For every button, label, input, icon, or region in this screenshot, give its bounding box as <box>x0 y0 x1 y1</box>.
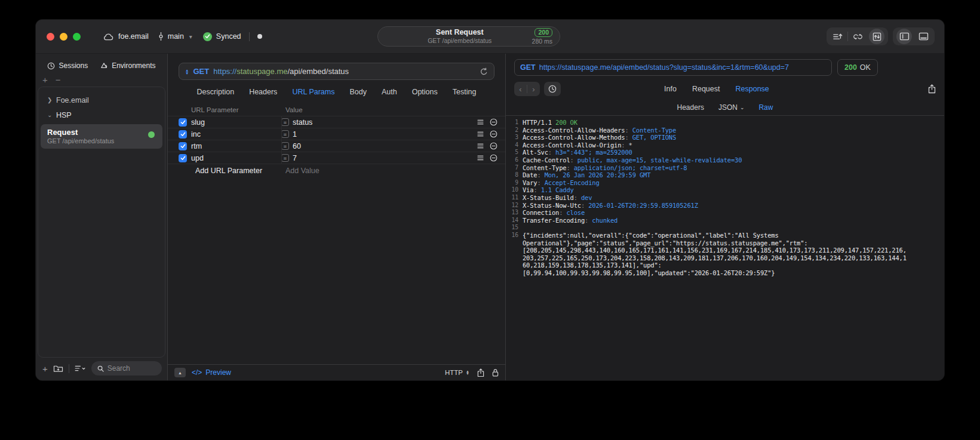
tab-headers[interactable]: Headers <box>249 88 277 96</box>
lock-icon[interactable] <box>492 368 499 377</box>
close-window-button[interactable] <box>47 33 54 41</box>
header-value: 1.1 Caddy <box>541 186 574 194</box>
chevron-down-icon[interactable]: ▾ <box>189 33 192 40</box>
param-checkbox[interactable] <box>179 154 187 162</box>
param-value[interactable]: 1 <box>293 130 477 139</box>
tab-response[interactable]: Response <box>736 85 769 93</box>
response-viewer: GET https://statuspage.me/api/embed/stat… <box>506 54 944 380</box>
tab-info[interactable]: Info <box>664 85 677 93</box>
tab-options[interactable]: Options <box>412 88 438 96</box>
param-name[interactable]: inc <box>191 130 281 139</box>
header-name: Via <box>523 186 533 194</box>
tree-group-foe-email[interactable]: ❯ Foe.email <box>38 93 165 107</box>
view-tab-headers[interactable]: Headers <box>677 103 704 112</box>
remove-row-icon[interactable] <box>490 154 497 162</box>
header-value: close <box>566 209 585 217</box>
response-header-line: 5Alt-Svc: h3=":443"; ma=2592000 <box>506 149 944 156</box>
project-name[interactable]: foe.email <box>118 32 149 41</box>
param-checkbox[interactable] <box>179 118 187 127</box>
search-input[interactable]: Search <box>91 361 162 376</box>
response-header-line: 11X-Status-Build: dev <box>506 194 944 202</box>
param-value[interactable]: 7 <box>293 154 477 162</box>
toggle-sidebar-icon[interactable] <box>895 27 914 45</box>
new-folder-icon[interactable] <box>53 364 63 373</box>
param-name[interactable]: upd <box>191 154 281 162</box>
request-list-icon[interactable] <box>828 27 847 45</box>
request-url-bar[interactable]: ▲▼ GET https://statuspage.me/api/embed/s… <box>179 63 494 80</box>
remove-row-icon[interactable] <box>490 142 497 150</box>
status-code-badge: 200 <box>534 28 552 37</box>
sync-loop-icon[interactable] <box>848 27 867 45</box>
preview-button[interactable]: </> Preview <box>192 368 231 377</box>
request-url[interactable]: https://statuspage.me/api/embed/status <box>213 67 349 76</box>
header-name: Connection <box>523 209 559 217</box>
add-param-placeholder[interactable]: Add URL Parameter <box>195 167 285 175</box>
format-lines-icon[interactable] <box>477 155 484 161</box>
add-param-row[interactable]: Add URL ParameterAdd Value <box>168 164 505 177</box>
preview-label: Preview <box>205 368 231 377</box>
session-tree: ❯ Foe.email ⌄ HSP Request GET /api/embed… <box>38 87 165 358</box>
view-tab-raw[interactable]: Raw <box>758 103 773 112</box>
protocol-selector-icon[interactable]: ▲▼ <box>466 370 469 376</box>
header-separator: : <box>574 194 581 202</box>
remove-row-icon[interactable] <box>490 118 497 126</box>
param-name[interactable]: rtm <box>191 142 281 150</box>
body-text: {"incidents":null,"overall":{"code":"ope… <box>523 232 779 239</box>
protocol-selector[interactable]: HTTP <box>445 369 463 376</box>
response-body-line: 16{"incidents":null,"overall":{"code":"o… <box>506 232 944 239</box>
request-item-selected[interactable]: Request GET /api/embed/status <box>41 124 162 149</box>
history-clock-button[interactable] <box>544 82 561 96</box>
header-name: Access-Control-Allow-Methods <box>523 134 625 141</box>
tab-environments[interactable]: Environments <box>100 61 155 70</box>
view-tab-json[interactable]: JSON⌄ <box>718 103 745 112</box>
request-method[interactable]: GET <box>193 67 209 76</box>
tab-request[interactable]: Request <box>692 85 720 93</box>
sent-request-pill[interactable]: Sent Request GET /api/embed/status 200 2… <box>377 26 560 47</box>
tree-group-hsp[interactable]: ⌄ HSP <box>38 107 165 122</box>
group-label: Foe.email <box>56 96 89 104</box>
sent-request-url[interactable]: GET https://statuspage.me/api/embed/stat… <box>514 59 832 76</box>
header-separator: : <box>548 149 555 156</box>
export-response-icon[interactable] <box>928 84 936 94</box>
sync-status[interactable]: Synced <box>216 32 241 41</box>
param-value[interactable]: status <box>293 118 477 127</box>
zoom-window-button[interactable] <box>73 33 81 41</box>
response-code[interactable]: 1HTTP/1.1 200 OK2Access-Control-Allow-He… <box>506 116 944 380</box>
header-separator: : <box>537 171 545 179</box>
expand-panel-icon[interactable]: ▲ <box>174 368 186 377</box>
sort-list-icon[interactable] <box>75 365 86 372</box>
environments-icon <box>100 62 108 70</box>
response-header-line: 6Cache-Control: public, max-age=15, stal… <box>506 156 944 164</box>
tab-url-params[interactable]: URL Params <box>292 88 334 96</box>
header-value: chunked <box>592 217 618 224</box>
param-checkbox[interactable] <box>179 130 187 139</box>
response-status-badge: 200 OK <box>837 59 878 76</box>
add-request-button[interactable]: + <box>42 364 48 374</box>
add-value-placeholder[interactable]: Add Value <box>285 167 505 175</box>
format-lines-icon[interactable] <box>477 119 484 125</box>
minimize-window-button[interactable] <box>60 33 67 41</box>
header-separator: : <box>625 127 632 134</box>
tab-auth[interactable]: Auth <box>382 88 397 96</box>
param-name[interactable]: slug <box>191 118 281 127</box>
history-back-button[interactable]: ‹ <box>514 85 527 94</box>
method-selector-icon[interactable]: ▲▼ <box>185 69 189 75</box>
branch-name[interactable]: main <box>168 32 184 41</box>
tab-testing[interactable]: Testing <box>453 88 477 96</box>
remove-row-icon[interactable] <box>490 130 497 138</box>
header-name: Access-Control-Allow-Headers <box>523 127 625 134</box>
param-value[interactable]: 60 <box>293 142 477 150</box>
param-checkbox[interactable] <box>179 142 187 150</box>
tab-sessions[interactable]: Sessions <box>47 61 88 70</box>
line-number <box>506 254 523 262</box>
format-lines-icon[interactable] <box>477 143 484 149</box>
resend-request-icon[interactable] <box>480 67 488 76</box>
toggle-bottom-panel-icon[interactable] <box>914 27 933 45</box>
history-forward-button[interactable]: › <box>527 85 540 94</box>
tab-description[interactable]: Description <box>197 88 235 96</box>
import-export-icon[interactable] <box>867 27 886 45</box>
header-value: 2026-01-26T20:29:59.859105261Z <box>588 202 698 210</box>
tab-body[interactable]: Body <box>349 88 367 96</box>
format-lines-icon[interactable] <box>477 131 484 137</box>
share-icon[interactable] <box>477 368 484 377</box>
